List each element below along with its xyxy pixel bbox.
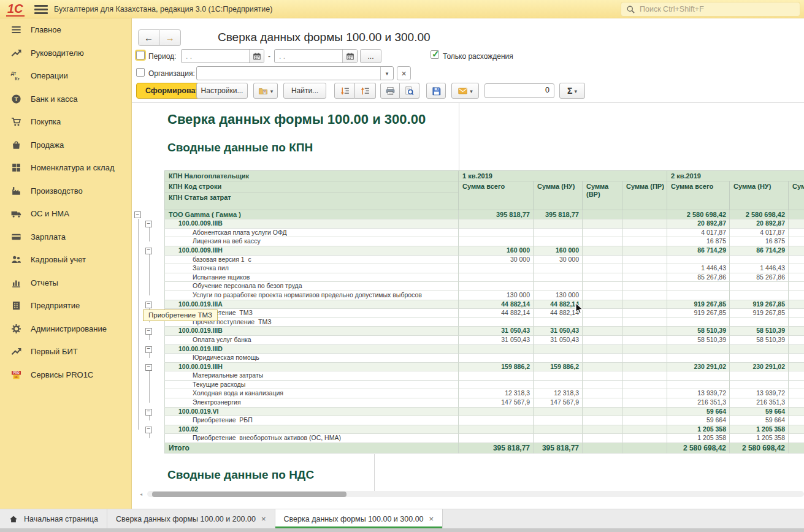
collapse-toggle-icon[interactable] [145, 328, 152, 335]
table-row[interactable]: Электроэнергия147 567,9147 567,9216 351,… [132, 398, 804, 408]
sidebar-item-9[interactable]: Зарплата [0, 226, 131, 249]
sidebar-item-14[interactable]: Первый БИТ [0, 340, 131, 363]
sidebar-item-1[interactable]: Руководителю [0, 42, 131, 65]
organization-checkbox[interactable] [136, 68, 145, 77]
organization-combo[interactable] [196, 66, 394, 80]
back-button[interactable]: ← [138, 29, 159, 46]
table-row[interactable]: базовая версия 1 с30 00030 000 [132, 256, 804, 265]
menu-lines-icon [10, 24, 22, 36]
scrollbar-thumb[interactable] [152, 492, 346, 497]
sidebar-item-3[interactable]: Банк и касса [0, 88, 131, 111]
table-row[interactable]: Оплата услуг банка31 050,4331 050,4358 5… [132, 336, 804, 345]
tree-connector-line [149, 353, 150, 359]
expand-groups-button[interactable] [334, 83, 355, 99]
table-row[interactable]: Итого395 818,77395 818,772 580 698,422 5… [132, 443, 804, 454]
sidebar-item-7[interactable]: Производство [0, 180, 131, 203]
cell-value [622, 398, 667, 408]
only-discrepancies-checkbox[interactable] [431, 50, 439, 59]
sidebar-item-2[interactable]: Операции [0, 64, 131, 88]
collapse-toggle-icon[interactable] [134, 211, 141, 218]
table-row[interactable]: Заточка пил1 446,431 446,43 [132, 264, 804, 273]
table-row[interactable]: Испытание ящиков85 267,8685 267,86 [132, 273, 804, 283]
forward-button[interactable]: → [159, 29, 181, 46]
row-label: Холодная вода и канализация [164, 389, 459, 398]
table-row[interactable]: Юридическая помощь [132, 354, 804, 363]
sidebar-item-4[interactable]: Покупка [0, 110, 131, 134]
period-to-field[interactable]: . . [274, 49, 358, 63]
table-row[interactable]: Материальные затраты [132, 371, 804, 381]
collapse-toggle-icon[interactable] [145, 364, 152, 371]
cell-value [622, 389, 667, 398]
table-row[interactable]: Приобретение ТМЗ44 882,1444 882,14919 26… [132, 309, 804, 318]
tree-gutter [132, 300, 164, 310]
table-row[interactable]: 100.00.009.IIIH160 000160 00086 714,2986… [132, 246, 804, 256]
sidebar-item-11[interactable]: Отчеты [0, 272, 131, 295]
table-row[interactable]: Холодная вода и канализация12 318,312 31… [132, 389, 804, 398]
report-variants-button[interactable] [253, 83, 278, 99]
table-row[interactable]: Лицензия на веб кассу16 87516 875 [132, 237, 804, 246]
collapse-groups-button[interactable] [355, 83, 376, 99]
close-icon[interactable]: × [429, 514, 434, 523]
table-row[interactable]: 100.00.019.IIIH159 886,2159 886,2230 291… [132, 363, 804, 372]
table-row[interactable]: ТОО Gamma ( Гамма )395 818,77395 818,772… [132, 210, 804, 219]
cell-value [622, 425, 667, 435]
scroll-left-arrow[interactable] [140, 492, 142, 497]
sidebar-item-8[interactable]: ОС и НМА [0, 202, 131, 226]
collapse-toggle-icon[interactable] [145, 302, 152, 308]
send-mail-button[interactable] [451, 83, 479, 99]
table-row[interactable]: 100.00.019.IIIB31 050,4331 050,4358 510,… [132, 327, 804, 336]
calendar-icon[interactable] [342, 50, 357, 63]
sidebar-item-15[interactable]: Сервисы PRO1C [0, 363, 131, 387]
table-row[interactable]: Приобретение РБП59 66459 664 [132, 416, 804, 425]
collapse-toggle-icon[interactable] [145, 346, 152, 353]
find-button[interactable]: Найти... [283, 83, 326, 99]
table-row[interactable]: Приобретение внеоборотных активов (ОС, Н… [132, 434, 804, 443]
table-row[interactable]: Прочее поступление ТМЗ [132, 318, 804, 327]
sum-button[interactable]: Σ [559, 83, 585, 99]
main-menu-icon[interactable] [34, 5, 48, 17]
settings-button[interactable]: Настройки... [196, 83, 248, 99]
period-more-button[interactable]: ... [360, 49, 381, 63]
print-preview-button[interactable] [400, 83, 419, 99]
cell-value [789, 237, 804, 246]
table-row[interactable]: Абонентская плата услуги ОФД4 017,874 01… [132, 229, 804, 238]
close-icon[interactable]: × [261, 514, 266, 523]
calendar-icon[interactable] [249, 50, 264, 63]
table-row[interactable]: 100.021 205 3581 205 358 [132, 425, 804, 435]
tab-0[interactable]: Начальная страница [0, 509, 107, 528]
table-row[interactable]: Текущие расходы [132, 381, 804, 390]
print-button[interactable] [380, 83, 400, 99]
organization-clear-button[interactable] [397, 66, 411, 80]
1c-logo: 1С [6, 2, 25, 17]
sidebar-item-12[interactable]: Предприятие [0, 294, 131, 317]
column-header: Сумма (ВР) [583, 181, 622, 210]
collapse-toggle-icon[interactable] [145, 248, 152, 254]
cell-value [459, 434, 534, 443]
chevron-down-icon[interactable] [380, 67, 393, 80]
collapse-toggle-icon[interactable] [145, 409, 152, 416]
tree-gutter [132, 229, 164, 238]
save-button[interactable] [426, 83, 446, 99]
cart-icon [10, 116, 22, 127]
horizontal-scrollbar[interactable] [147, 491, 804, 497]
period-checkbox[interactable] [136, 51, 145, 59]
global-search-input[interactable]: Поиск Ctrl+Shift+F [621, 2, 800, 17]
table-row[interactable]: Услуги по разработке проекта нормативов … [132, 291, 804, 300]
table-row[interactable]: 100.00.019.VI59 66459 664 [132, 408, 804, 417]
collapse-toggle-icon[interactable] [145, 221, 152, 227]
table-row[interactable]: 100.00.019.IIID [132, 345, 804, 354]
sidebar-item-6[interactable]: Номенклатура и склад [0, 156, 131, 180]
counter-field[interactable]: 0 [484, 83, 554, 98]
sidebar-item-10[interactable]: Кадровый учет [0, 248, 131, 272]
period-from-field[interactable]: . . [181, 49, 264, 63]
table-row[interactable]: Обучение персонала по безоп труда [132, 282, 804, 291]
collapse-toggle-icon[interactable] [145, 427, 152, 433]
sidebar-item-0[interactable]: Главное [0, 18, 131, 42]
table-row[interactable]: 100.00.019.IIIA44 882,1444 882,14919 267… [132, 300, 804, 310]
table-row[interactable]: 100.00.009.IIIB20 892,8720 892,87 [132, 219, 804, 229]
tab-1[interactable]: Сверка данных формы 100.00 и 200.00× [107, 509, 275, 528]
sidebar-item-5[interactable]: Продажа [0, 134, 131, 157]
sidebar-item-13[interactable]: Администрирование [0, 317, 131, 341]
tab-2[interactable]: Сверка данных формы 100.00 и 300.00× [275, 509, 443, 528]
search-icon [626, 5, 635, 14]
